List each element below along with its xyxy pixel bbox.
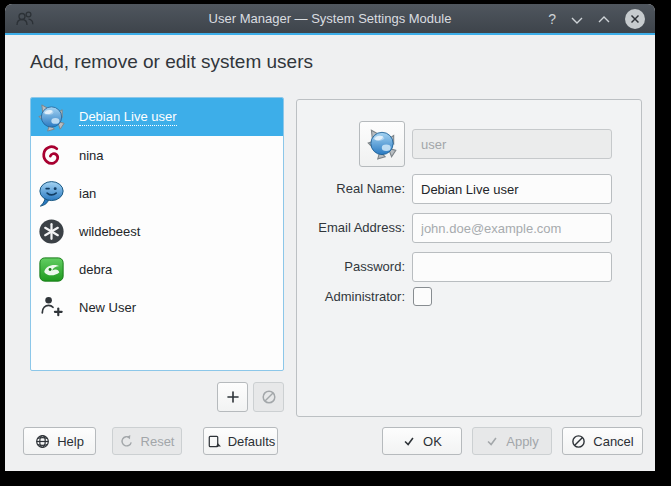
document-revert-icon (206, 434, 221, 449)
add-user-button[interactable] (217, 382, 248, 412)
user-name: wildebeest (79, 224, 140, 239)
green-swirl-icon (36, 254, 67, 285)
plus-icon (225, 389, 241, 405)
administrator-checkbox[interactable] (413, 287, 432, 306)
kde-globe-avatar-icon (365, 127, 399, 161)
close-icon[interactable] (625, 9, 645, 29)
titlebar[interactable]: User Manager — System Settings Module ? (5, 4, 655, 33)
defaults-button[interactable]: Defaults (203, 427, 278, 455)
reset-button-label: Reset (141, 434, 175, 449)
page-title: Add, remove or edit system users (30, 51, 313, 73)
email-field[interactable] (412, 213, 612, 243)
ok-button[interactable]: OK (382, 427, 462, 455)
user-name: New User (79, 300, 136, 315)
user-name: nina (79, 148, 104, 163)
cancel-button[interactable]: Cancel (562, 427, 643, 455)
email-label: Email Address: (297, 213, 405, 243)
no-entry-icon (261, 389, 277, 405)
administrator-label: Administrator: (297, 287, 405, 306)
real-name-field[interactable] (412, 174, 612, 204)
user-name: debra (79, 262, 112, 277)
ok-button-label: OK (423, 434, 442, 449)
list-item-debra[interactable]: debra (31, 250, 283, 288)
titlebar-help-button[interactable]: ? (548, 12, 556, 26)
apply-button-label: Apply (506, 434, 539, 449)
speech-bubble-face-icon (36, 178, 67, 209)
reset-button[interactable]: Reset (112, 427, 182, 455)
dark-asterisk-icon (36, 216, 67, 247)
maximize-icon[interactable] (598, 10, 610, 28)
kde-globe-avatar-icon (36, 102, 67, 133)
username-field[interactable] (412, 129, 612, 159)
list-item-wildebeest[interactable]: wildebeest (31, 212, 283, 250)
checkmark-icon (485, 434, 499, 448)
user-manager-window: User Manager — System Settings Module ? (5, 4, 655, 471)
remove-user-button[interactable] (253, 382, 284, 412)
apply-button[interactable]: Apply (472, 427, 552, 455)
user-name: ian (79, 186, 96, 201)
defaults-button-label: Defaults (228, 434, 276, 449)
real-name-label: Real Name: (297, 174, 405, 204)
user-list[interactable]: Debian Live user nina ian (30, 97, 284, 371)
add-user-icon (36, 292, 67, 323)
avatar-button[interactable] (359, 121, 405, 167)
debian-swirl-icon (36, 140, 67, 171)
module-content: Add, remove or edit system users Debian … (5, 35, 655, 471)
list-item-new-user[interactable]: New User (31, 288, 283, 326)
user-name: Debian Live user (79, 109, 177, 126)
cancel-button-label: Cancel (593, 434, 633, 449)
list-item-nina[interactable]: nina (31, 136, 283, 174)
checkmark-icon (402, 434, 416, 448)
help-button[interactable]: Help (23, 427, 96, 455)
minimize-icon[interactable] (571, 10, 583, 28)
password-label: Password: (297, 252, 405, 282)
help-sphere-icon (35, 434, 50, 449)
list-item-ian[interactable]: ian (31, 174, 283, 212)
list-item-debian-live-user[interactable]: Debian Live user (31, 98, 283, 136)
user-details-panel: Real Name: Email Address: Password: Admi… (296, 99, 642, 417)
password-field[interactable] (412, 252, 612, 282)
cancel-circle-icon (571, 434, 586, 449)
help-button-label: Help (57, 434, 84, 449)
undo-arrow-icon (120, 434, 134, 448)
